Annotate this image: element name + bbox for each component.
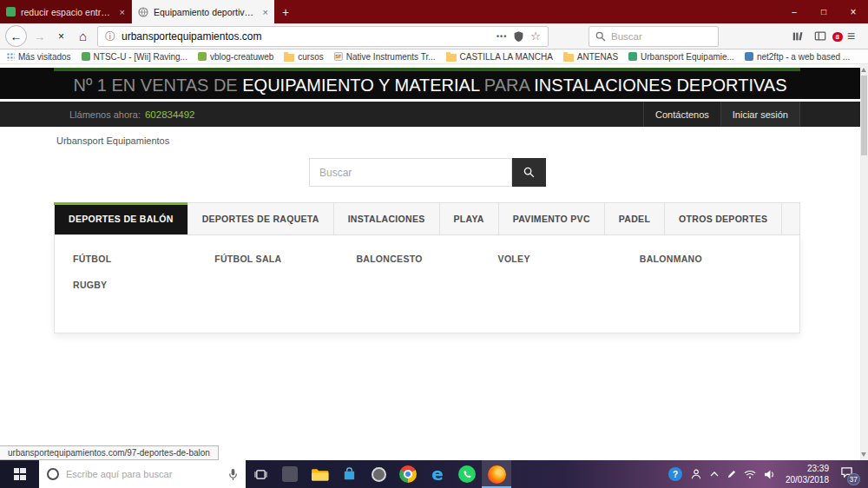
scroll-up-icon[interactable] <box>861 68 866 72</box>
forward-button[interactable]: → <box>29 25 50 47</box>
bookmark-label: CASTILLA LA MANCHA <box>460 52 553 62</box>
bookmark-castilla[interactable]: CASTILLA LA MANCHA <box>446 52 553 62</box>
login-button[interactable]: Iniciar sesión <box>720 102 800 127</box>
bookmark-urbansport[interactable]: Urbansport Equipamie... <box>628 52 734 62</box>
notification-badge: 37 <box>847 473 860 485</box>
tab2-close-icon[interactable]: × <box>263 7 268 17</box>
sidebar-icon[interactable] <box>814 30 826 42</box>
bookmark-mas-visitados[interactable]: Más visitados <box>6 52 71 62</box>
bookmark-vblog[interactable]: vblog-creatuweb <box>198 52 273 62</box>
favicon <box>82 52 90 61</box>
start-button[interactable] <box>0 460 39 488</box>
microphone-icon[interactable] <box>228 468 238 481</box>
page-actions-icon[interactable]: ••• <box>496 32 507 41</box>
dropdown-futbol[interactable]: FÚTBOL <box>73 254 214 264</box>
bookmark-native-instruments[interactable]: SFNative Instruments Tr... <box>334 52 436 62</box>
dropdown-futbol-sala[interactable]: FÚTBOL SALA <box>214 254 356 264</box>
windows-taskbar: e ? <box>0 460 868 488</box>
url-input[interactable] <box>122 30 490 43</box>
menu-otros-deportes[interactable]: OTROS DEPORTES <box>665 203 782 234</box>
site-logo[interactable]: Urbansport Equipamientos <box>56 135 169 146</box>
contact-button[interactable]: Contáctenos <box>643 102 720 127</box>
task-view-button[interactable] <box>246 460 275 488</box>
site-info-icon[interactable]: ⓘ <box>105 31 115 42</box>
tab2-title: Equipamiento deportivo para e <box>154 7 258 17</box>
dropdown-baloncesto[interactable]: BALONCESTO <box>356 254 497 264</box>
date-text: 20/03/2018 <box>786 474 829 485</box>
windows-logo-icon <box>14 468 26 480</box>
chevron-up-icon[interactable] <box>710 472 719 477</box>
browser-tab-2[interactable]: Equipamiento deportivo para e × <box>132 0 274 23</box>
app-icon-generic[interactable] <box>275 460 305 488</box>
browser-search-input[interactable] <box>611 31 712 42</box>
bookmark-label: Native Instruments Tr... <box>346 52 436 62</box>
bookmark-ntsc[interactable]: NTSC-U - [Wii] Raving... <box>82 52 187 62</box>
banner-text-strong: EQUIPAMIENTO Y MATERIAL <box>242 76 484 96</box>
menu-instalaciones[interactable]: INSTALACIONES <box>334 203 440 234</box>
search-icon <box>595 31 606 42</box>
favicon <box>628 52 637 61</box>
whatsapp-icon <box>458 465 476 483</box>
system-tray: ? 23:39 20/03/2018 37 <box>668 460 868 488</box>
call-label: Llámenos ahora: <box>69 109 141 120</box>
chrome-button[interactable] <box>393 460 423 488</box>
menu-padel[interactable]: PADEL <box>605 203 665 234</box>
url-bar[interactable]: ⓘ ••• ☆ <box>97 26 549 47</box>
hero-banner: Nº 1 EN VENTAS DE EQUIPAMIENTO Y MATERIA… <box>0 68 860 99</box>
dropdown-balonmano[interactable]: BALONMANO <box>640 254 781 264</box>
tab1-close-icon[interactable]: × <box>120 7 125 17</box>
dropdown-rugby[interactable]: RUGBY <box>73 280 214 290</box>
stop-button[interactable]: × <box>50 25 72 47</box>
extension-badge: 8 <box>832 32 843 42</box>
scroll-down-icon[interactable] <box>861 452 866 457</box>
bookmark-label: net2ftp - a web based ... <box>757 52 850 62</box>
help-icon[interactable]: ? <box>668 467 682 481</box>
browser-tab-1[interactable]: reducir espacio entre titulos de × <box>0 0 132 23</box>
bookmark-label: ANTENAS <box>577 52 618 62</box>
maximize-button[interactable]: □ <box>809 0 838 23</box>
library-icon[interactable] <box>792 30 804 43</box>
back-button[interactable]: ← <box>5 25 27 47</box>
bookmark-label: Urbansport Equipamie... <box>641 52 734 62</box>
action-center-button[interactable]: 37 <box>840 466 853 482</box>
app-icon-circle[interactable] <box>364 460 393 488</box>
scrollbar-thumb[interactable] <box>861 76 867 155</box>
firefox-button[interactable] <box>482 460 511 488</box>
bookmark-antenas[interactable]: ANTENAS <box>563 52 618 62</box>
file-explorer-button[interactable] <box>305 460 334 488</box>
hamburger-menu-icon[interactable]: ≡ <box>847 30 855 43</box>
taskbar-clock[interactable]: 23:39 20/03/2018 <box>786 463 829 485</box>
pen-icon[interactable] <box>727 470 736 479</box>
site-search-input[interactable] <box>309 158 512 187</box>
site-search-button[interactable] <box>512 158 546 187</box>
menu-pavimento-pvc[interactable]: PAVIMENTO PVC <box>499 203 605 234</box>
menu-dropdown-panel: FÚTBOL FÚTBOL SALA BALONCESTO VOLEY BALO… <box>54 235 800 333</box>
minimize-button[interactable]: – <box>779 0 809 23</box>
taskbar-search[interactable] <box>39 460 246 488</box>
dropdown-voley[interactable]: VOLEY <box>498 254 640 264</box>
people-icon[interactable] <box>690 468 702 480</box>
banner-text-strong: INSTALACIONES DEPORTIVAS <box>534 76 786 96</box>
store-button[interactable] <box>334 460 364 488</box>
whatsapp-button[interactable] <box>452 460 482 488</box>
menu-deportes-de-raqueta[interactable]: DEPORTES DE RAQUETA <box>188 203 334 234</box>
menu-playa[interactable]: PLAYA <box>440 203 499 234</box>
bookmark-net2ftp[interactable]: net2ftp - a web based ... <box>745 52 850 62</box>
close-button[interactable]: × <box>838 0 868 23</box>
menu-deportes-de-balon[interactable]: DEPORTES DE BALÓN <box>55 203 188 234</box>
bookmark-star-icon[interactable]: ☆ <box>530 30 541 42</box>
volume-icon[interactable] <box>764 470 775 479</box>
page-scrollbar[interactable] <box>860 64 868 460</box>
browser-search-bar[interactable] <box>589 26 719 47</box>
ring-app-icon <box>372 467 386 482</box>
tab1-title: reducir espacio entre titulos de <box>21 7 115 17</box>
bookmark-cursos[interactable]: cursos <box>284 52 323 62</box>
new-tab-button[interactable]: + <box>274 0 297 23</box>
taskbar-search-input[interactable] <box>66 469 221 479</box>
edge-button[interactable]: e <box>423 460 452 488</box>
search-icon <box>523 167 535 178</box>
network-icon[interactable] <box>744 470 756 479</box>
home-button[interactable]: ⌂ <box>72 25 94 47</box>
shield-icon[interactable] <box>513 30 524 43</box>
main-menu: DEPORTES DE BALÓN DEPORTES DE RAQUETA IN… <box>54 202 800 235</box>
